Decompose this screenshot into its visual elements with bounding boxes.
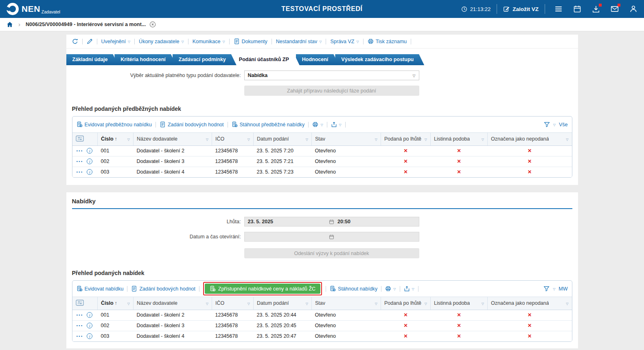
- menu-nestandardni-stav[interactable]: Nestandardní stav: [276, 39, 322, 44]
- tab-kriteria-hodnoceni[interactable]: Kritéria hodnocení: [114, 54, 176, 65]
- filter-caret-icon[interactable]: [425, 300, 427, 306]
- row-menu-icon[interactable]: ●●●: [77, 171, 83, 173]
- row-menu-icon[interactable]: ●●●: [77, 314, 83, 316]
- divider: [134, 39, 135, 44]
- row-menu-icon[interactable]: ●●●: [77, 150, 83, 152]
- filter-caret-icon[interactable]: [248, 136, 250, 142]
- messages-button[interactable]: [611, 5, 619, 13]
- tab-podani-ucastniku-zp[interactable]: Podání účastníků ZP: [233, 54, 300, 65]
- send-vyzva-button[interactable]: Odeslání výzvy k podání nabídek: [244, 248, 419, 258]
- row-menu-icon[interactable]: ●●●: [77, 160, 83, 163]
- create-vz-button[interactable]: Založit VZ: [503, 6, 539, 12]
- row-menu-icon[interactable]: ●●●: [77, 324, 83, 327]
- header-ico[interactable]: IČO: [212, 133, 254, 145]
- info-icon[interactable]: i: [87, 323, 92, 328]
- menu-tisk-zaznamu[interactable]: Tisk záznamu: [368, 38, 407, 44]
- view-selector[interactable]: MW: [559, 286, 567, 292]
- submission-type-select[interactable]: Nabídka: [244, 70, 419, 80]
- nen-logo[interactable]: NEN Zadavatel: [7, 3, 59, 15]
- calendar-icon[interactable]: [573, 5, 581, 13]
- bids-section-title: Přehled podaných nabídek: [72, 270, 572, 276]
- open-record-tab[interactable]: N006/25/V00004949 - Interiérové servisní…: [26, 21, 156, 28]
- info-icon[interactable]: i: [87, 312, 92, 318]
- column-settings-header[interactable]: [72, 133, 98, 145]
- tab-hodnoceni[interactable]: Hodnocení: [296, 54, 339, 65]
- filter-icon[interactable]: [543, 286, 550, 292]
- close-record-button[interactable]: [149, 21, 156, 28]
- filter-icon[interactable]: [544, 121, 550, 128]
- export-table-button[interactable]: [404, 286, 414, 292]
- header-listinna-podoba[interactable]: Listinná podoba: [431, 133, 488, 145]
- menu-dokumenty[interactable]: Dokumenty: [234, 38, 267, 44]
- header-listinna-podoba[interactable]: Listinná podoba: [431, 297, 488, 310]
- filter-caret-icon[interactable]: [206, 136, 208, 142]
- header-stav[interactable]: Stav: [312, 133, 381, 145]
- lhuta-field: 23. 5. 2025 20:50: [244, 217, 419, 227]
- header-datum-podani[interactable]: Datum podání: [254, 133, 312, 145]
- tab-zakladni-udaje[interactable]: Základní údaje: [66, 54, 118, 65]
- menu-komunikace[interactable]: Komunikace: [193, 39, 225, 44]
- tab-zadavaci-podminky[interactable]: Zadávací podmínky: [173, 54, 237, 65]
- zadani-bodovych-hodnot-button[interactable]: Zadání bodových hodnot: [160, 121, 224, 128]
- edit-button[interactable]: [87, 38, 93, 44]
- header-podana-po-lhute[interactable]: Podaná po lhůtě: [381, 133, 431, 145]
- header-oznacena-jako-nepodana[interactable]: Označena jako nepodaná: [488, 297, 572, 310]
- column-settings-header[interactable]: [72, 297, 98, 310]
- zadani-bodovych-hodnot-button[interactable]: Zadání bodových hodnot: [131, 286, 195, 292]
- export-table-button[interactable]: [331, 121, 342, 128]
- print-table-button[interactable]: [312, 121, 323, 128]
- filter-caret-icon[interactable]: [375, 136, 377, 142]
- info-icon[interactable]: i: [87, 158, 92, 164]
- history-button[interactable]: [72, 38, 78, 44]
- view-selector[interactable]: Vše: [559, 122, 568, 128]
- home-button[interactable]: [7, 21, 13, 28]
- print-table-button[interactable]: [385, 286, 396, 292]
- header-nazev-dodavatele[interactable]: Název dodavatele: [134, 297, 212, 310]
- info-icon[interactable]: i: [87, 333, 92, 339]
- table-row[interactable]: ●●●i 002 Dodavatel - školení 3 12345678 …: [72, 156, 572, 167]
- filter-caret-icon[interactable]: [482, 300, 484, 306]
- header-ico[interactable]: IČO: [212, 297, 254, 310]
- downloads-button[interactable]: [592, 5, 600, 13]
- user-icon[interactable]: [629, 5, 637, 13]
- header-nazev-dodavatele[interactable]: Název dodavatele: [134, 133, 212, 145]
- tab-vysledek-zadavaciho-postupu[interactable]: Výsledek zadávacího postupu: [335, 54, 424, 65]
- evidovat-predbeznou-nabidku-button[interactable]: Evidovat předběžnou nabídku: [77, 121, 152, 128]
- zpristupneni-ceny-button[interactable]: Zpřístupnění nabídkové ceny a nákladů ŽC: [205, 284, 320, 294]
- filter-caret-icon[interactable]: [482, 136, 484, 142]
- header-podana-po-lhute[interactable]: Podaná po lhůtě: [381, 297, 431, 310]
- header-oznacena-jako-nepodana[interactable]: Označena jako nepodaná: [488, 133, 572, 145]
- table-row[interactable]: ●●●i 001 Dodavatel - školení 2 12345678 …: [72, 310, 572, 320]
- menu-ukony-zadavatele[interactable]: Úkony zadavatele: [139, 39, 184, 44]
- evidovat-nabidku-button[interactable]: Evidovat nabídku: [77, 286, 124, 292]
- table-row[interactable]: ●●●i 001 Dodavatel - školení 2 12345678 …: [72, 145, 572, 156]
- cell-oznacena-nepodana: ✕: [488, 167, 572, 177]
- header-cislo[interactable]: Číslo: [98, 297, 134, 310]
- header-stav[interactable]: Stav: [312, 297, 381, 310]
- info-icon[interactable]: i: [87, 148, 92, 154]
- menu-label: Úkony zadavatele: [139, 39, 179, 44]
- menu-sprava-vz[interactable]: Správa VZ: [330, 39, 359, 44]
- header-datum-podani[interactable]: Datum podání: [254, 297, 312, 310]
- filter-caret-icon[interactable]: [248, 300, 250, 306]
- table-row[interactable]: ●●●i 003 Dodavatel - školení 4 12345678 …: [72, 167, 572, 177]
- table-row[interactable]: ●●●i 003 Dodavatel - školení 4 12345678 …: [72, 331, 572, 341]
- filter-caret-icon[interactable]: [566, 300, 568, 306]
- table-row[interactable]: ●●●i 002 Dodavatel - školení 3 12345678 …: [72, 320, 572, 331]
- header-cislo[interactable]: Číslo: [98, 133, 134, 145]
- filter-caret-icon[interactable]: [206, 300, 208, 306]
- filter-caret-icon[interactable]: [127, 300, 130, 306]
- stahnout-predbezne-nabidky-button[interactable]: Stáhnout předběžné nabídky: [232, 121, 305, 128]
- row-menu-icon[interactable]: ●●●: [77, 335, 83, 337]
- filter-caret-icon[interactable]: [566, 136, 568, 142]
- info-icon[interactable]: i: [87, 169, 92, 175]
- menu-uverejneni[interactable]: Uveřejnění: [101, 39, 131, 44]
- filter-caret-icon[interactable]: [306, 136, 308, 142]
- filter-caret-icon[interactable]: [306, 300, 308, 306]
- menu-icon[interactable]: [554, 5, 563, 13]
- filter-caret-icon[interactable]: [425, 136, 427, 142]
- stahnout-nabidky-button[interactable]: Stáhnout nabídky: [330, 286, 377, 292]
- filter-caret-icon[interactable]: [127, 136, 130, 142]
- start-next-phase-button[interactable]: Zahájit přípravu následující fáze podání: [244, 86, 419, 96]
- filter-caret-icon[interactable]: [375, 300, 377, 306]
